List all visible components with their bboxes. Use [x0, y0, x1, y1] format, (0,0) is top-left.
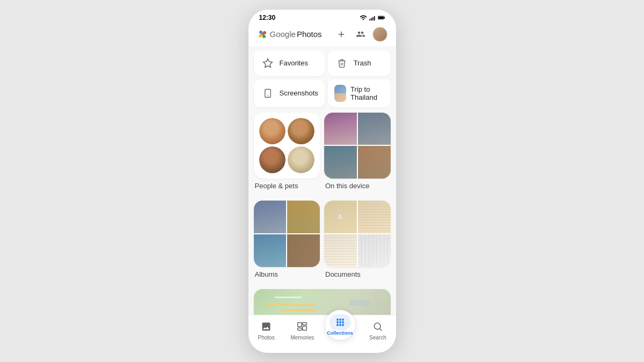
phone-frame: 12:30: [248, 10, 396, 353]
wifi-icon: [360, 14, 367, 21]
nav-memories[interactable]: Memories: [289, 320, 316, 341]
doc-cell-2: [358, 201, 391, 233]
battery-icon: [378, 14, 385, 21]
svg-rect-3: [374, 16, 375, 20]
sections-row-2: Albums 📄 Doc: [254, 201, 391, 284]
device-cell-3: [324, 146, 357, 179]
albums-label: Albums: [254, 270, 320, 278]
screenshots-link[interactable]: Screenshots: [254, 79, 325, 107]
device-cell-2: [358, 113, 391, 145]
svg-marker-7: [263, 58, 272, 67]
albums-grid: [254, 201, 320, 267]
logo-photos-text: Photos: [297, 29, 322, 39]
bottom-nav: Photos Memories: [248, 315, 396, 353]
status-time: 12:30: [259, 14, 276, 21]
nav-memories-label: Memories: [290, 335, 314, 341]
on-this-device-label: On this device: [324, 182, 391, 190]
svg-rect-10: [298, 322, 302, 327]
people-button[interactable]: [353, 27, 368, 42]
doc-cell-4: [358, 234, 391, 267]
svg-rect-12: [303, 326, 307, 330]
people-pets-label: People & pets: [254, 182, 320, 190]
star-icon-wrap: [260, 56, 275, 71]
favorites-link[interactable]: Favorites: [254, 50, 325, 76]
screenshot-icon: [263, 88, 273, 98]
nav-memories-icon-wrap: [292, 320, 312, 334]
documents-section[interactable]: 📄 Documents: [324, 201, 391, 278]
sections-row-1: People & pets: [254, 113, 391, 196]
album-cell-3: [254, 234, 287, 267]
search-icon: [372, 321, 383, 332]
thailand-label: Trip to Thailand: [350, 85, 384, 101]
person-4-dog: [288, 146, 314, 173]
collections-bubble: Collections: [325, 310, 355, 340]
trash-icon: [337, 58, 347, 68]
nav-photos-label: Photos: [258, 335, 275, 341]
plus-icon: [336, 29, 346, 39]
nav-search[interactable]: Search: [364, 320, 391, 341]
svg-rect-0: [369, 19, 370, 20]
star-icon: [262, 58, 273, 69]
user-avatar[interactable]: [372, 27, 387, 42]
signal-icon: [369, 14, 376, 21]
add-button[interactable]: [334, 27, 349, 42]
device-cell-4: [358, 146, 391, 179]
svg-rect-1: [371, 18, 372, 20]
collections-icon: [335, 317, 346, 328]
person-1: [259, 118, 286, 145]
people-pets-section[interactable]: People & pets: [254, 113, 320, 190]
utilities-section[interactable]: [254, 289, 391, 315]
thailand-link[interactable]: Trip to Thailand: [328, 79, 391, 107]
doc-cell-1: 📄: [324, 201, 357, 233]
app-header: Google Photos: [248, 24, 396, 46]
device-cell-1: [324, 113, 357, 145]
header-actions: [334, 27, 387, 42]
trash-link[interactable]: Trash: [328, 50, 391, 76]
documents-grid: 📄: [324, 201, 391, 267]
album-cell-2: [287, 201, 320, 233]
trash-label: Trash: [354, 59, 371, 67]
status-bar: 12:30: [248, 10, 396, 24]
documents-label: Documents: [324, 270, 391, 278]
svg-point-14: [374, 323, 380, 329]
nav-search-icon-wrap: [368, 320, 387, 334]
map-preview: [254, 289, 391, 315]
person-3: [259, 146, 286, 173]
content-area: Favorites Trash: [248, 46, 396, 315]
albums-section[interactable]: Albums: [254, 201, 320, 278]
svg-rect-11: [303, 322, 307, 324]
screenshots-label: Screenshots: [280, 89, 318, 97]
album-cell-1: [254, 201, 287, 233]
trash-icon-wrap: [334, 56, 349, 71]
svg-line-15: [380, 328, 382, 330]
people-grid: [254, 113, 320, 179]
pinwheel-icon: [257, 29, 268, 40]
doc-cell-3: [324, 234, 357, 267]
svg-rect-2: [372, 17, 374, 20]
status-icons: [360, 14, 385, 21]
photos-icon: [261, 321, 272, 332]
memories-icon: [297, 321, 308, 332]
app-logo: Google Photos: [257, 29, 322, 40]
on-this-device-grid: [324, 113, 391, 179]
svg-rect-5: [384, 17, 384, 18]
person-2: [288, 118, 314, 145]
favorites-label: Favorites: [280, 59, 308, 67]
thailand-thumb: [334, 85, 346, 102]
on-this-device-section[interactable]: On this device: [324, 113, 391, 190]
svg-rect-6: [378, 16, 383, 18]
svg-rect-13: [298, 328, 302, 330]
logo-google-text: Google: [270, 29, 296, 39]
people-icon: [356, 29, 365, 39]
collections-bubble-label: Collections: [327, 330, 353, 336]
quick-links-grid: Favorites Trash: [254, 50, 391, 107]
album-cell-4: [287, 234, 320, 267]
screenshot-icon-wrap: [260, 86, 275, 101]
nav-collections[interactable]: Collections: [325, 320, 355, 350]
nav-search-label: Search: [369, 335, 386, 341]
nav-photos-icon-wrap: [257, 320, 276, 334]
nav-photos[interactable]: Photos: [253, 320, 280, 341]
nav-collections-icon-wrap: [330, 314, 351, 330]
